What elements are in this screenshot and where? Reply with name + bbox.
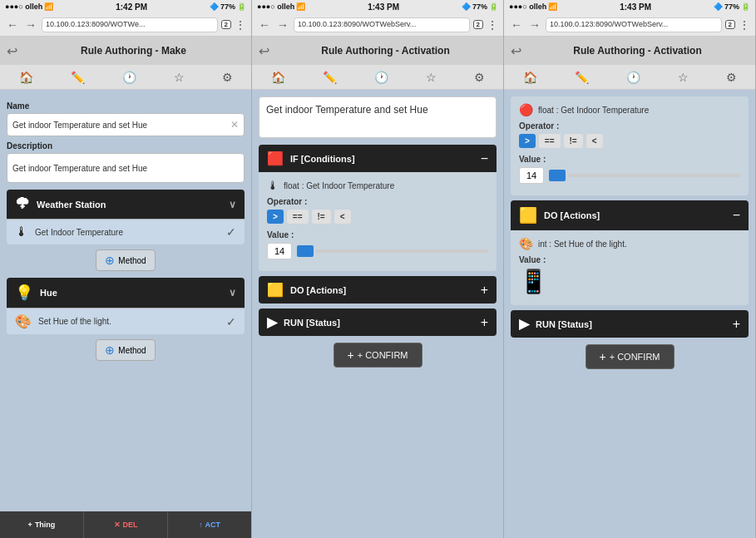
op-eq-2[interactable]: ==	[287, 210, 309, 224]
menu-button-1[interactable]: ⋮	[235, 18, 246, 32]
nav-edit-1[interactable]: ✏️	[64, 71, 91, 84]
add-thing-btn[interactable]: + Thing	[0, 511, 84, 538]
battery-2: 🔷 77% 🔋	[462, 2, 498, 11]
time-2: 1:43 PM	[368, 2, 399, 12]
activate-btn[interactable]: ↑ ACT	[168, 511, 251, 538]
phone-2: ●●●○ olleh 📶 1:43 PM 🔷 77% 🔋 ← → 10.100.…	[252, 0, 504, 538]
op-gt-3[interactable]: >	[519, 134, 536, 148]
do-toggle-2[interactable]: +	[481, 283, 488, 298]
name-input-1[interactable]: Get indoor Temperature and set Hue ✕	[7, 113, 245, 136]
run-toggle-3[interactable]: +	[733, 317, 740, 332]
method-btn-1[interactable]: ⊕ Method	[96, 249, 155, 271]
hue-label: Hue	[40, 288, 222, 298]
hue-item-icon: 🎨	[15, 313, 32, 329]
app-back-icon-2[interactable]: ↩	[259, 43, 269, 59]
weather-station-item[interactable]: 🌡 Get Indoor Temperature ✓	[7, 219, 245, 244]
op-eq-3[interactable]: ==	[539, 134, 561, 148]
back-button-1[interactable]: ←	[5, 18, 20, 32]
nav-icons-3: 🏠 ✏️ 🕐 ☆ ⚙	[504, 65, 755, 90]
back-button-2[interactable]: ←	[257, 18, 272, 32]
op-lt-2[interactable]: <	[334, 210, 351, 224]
battery-3: 🔷 77% 🔋	[714, 2, 750, 11]
menu-button-3[interactable]: ⋮	[739, 18, 750, 32]
nav-star-1[interactable]: ☆	[167, 71, 191, 84]
desc-value-1: Get indoor Temperature and set Hue	[12, 164, 147, 173]
bluetooth-icon-3: 🔷	[714, 2, 723, 11]
float-thermometer-icon: 🌡	[267, 179, 279, 192]
activate-icon: ↑	[199, 521, 203, 529]
op-neq-3[interactable]: !=	[564, 134, 583, 148]
tab-badge-2[interactable]: 2	[473, 20, 483, 29]
if-icon-2: 🟥	[267, 151, 284, 166]
method-btn-2[interactable]: ⊕ Method	[96, 339, 155, 361]
nav-home-1[interactable]: 🏠	[12, 71, 40, 84]
nav-home-2[interactable]: 🏠	[264, 71, 292, 84]
nav-star-2[interactable]: ☆	[419, 71, 443, 84]
name-clear-1[interactable]: ✕	[230, 119, 239, 131]
if-top-content-3: 🔴 float : Get Indoor Temperature Operato…	[511, 96, 749, 195]
tab-badge-1[interactable]: 2	[221, 20, 231, 29]
nav-edit-3[interactable]: ✏️	[568, 71, 595, 84]
do-icon-3: 🟨	[519, 206, 537, 225]
tab-badge-3[interactable]: 2	[725, 20, 735, 29]
op-gt-2[interactable]: >	[267, 210, 284, 224]
run-toggle-2[interactable]: +	[481, 315, 488, 330]
url-bar-2[interactable]: 10.100.0.123:8090/WOTWebServ...	[294, 17, 470, 32]
forward-button-3[interactable]: →	[527, 18, 542, 32]
content-1: Name Get indoor Temperature and set Hue …	[0, 90, 251, 511]
battery-icon-2: 🔋	[489, 2, 498, 11]
do-header-3[interactable]: 🟨 DO [Actions] −	[511, 200, 749, 230]
url-bar-1[interactable]: 10.100.0.123:8090/WOTWe...	[42, 17, 218, 32]
if-toggle-2[interactable]: −	[481, 151, 488, 166]
desc-input-1[interactable]: Get indoor Temperature and set Hue	[7, 153, 245, 183]
hue-header[interactable]: 💡 Hue ∨	[7, 278, 245, 308]
operator-label-3: Operator :	[519, 121, 740, 131]
confirm-label-3: + CONFIRM	[610, 352, 660, 362]
confirm-btn-3[interactable]: + + CONFIRM	[586, 344, 674, 369]
activate-label: ACT	[205, 521, 221, 529]
value-box-2[interactable]: 14	[267, 243, 292, 259]
nav-clock-1[interactable]: 🕐	[116, 71, 143, 84]
confirm-btn-2[interactable]: + + CONFIRM	[334, 343, 422, 368]
op-lt-3[interactable]: <	[586, 134, 603, 148]
weather-station-label: Weather Station	[37, 200, 222, 210]
slider-thumb-2[interactable]	[297, 245, 314, 257]
slider-track-2[interactable]	[316, 249, 488, 253]
op-neq-2[interactable]: !=	[312, 210, 331, 224]
hue-item[interactable]: 🎨 Set Hue of the light. ✓	[7, 308, 245, 334]
app-back-icon-1[interactable]: ↩	[7, 43, 17, 59]
nav-edit-2[interactable]: ✏️	[316, 71, 343, 84]
delete-btn[interactable]: ✕ DEL	[84, 511, 168, 538]
run-section-3[interactable]: ▶ RUN [Status] +	[511, 310, 749, 338]
forward-button-1[interactable]: →	[23, 18, 38, 32]
phone-1: ●●●○ olleh 📶 1:42 PM 🔷 77% 🔋 ← → 10.100.…	[0, 0, 252, 538]
battery-1: 🔷 77% 🔋	[210, 2, 246, 11]
float-text-top-3: float : Get Indoor Temperature	[538, 106, 649, 115]
nav-clock-3[interactable]: 🕐	[620, 71, 647, 84]
forward-button-2[interactable]: →	[275, 18, 290, 32]
value-box-3[interactable]: 14	[519, 167, 544, 184]
app-back-icon-3[interactable]: ↩	[511, 43, 521, 59]
if-header-2[interactable]: 🟥 IF [Conditions] −	[259, 145, 497, 172]
weather-station-header[interactable]: 🌩 Weather Station ∨	[7, 190, 245, 219]
nav-star-3[interactable]: ☆	[671, 71, 695, 84]
back-button-3[interactable]: ←	[509, 18, 524, 32]
nav-gear-2[interactable]: ⚙	[467, 71, 492, 84]
do-section-2[interactable]: 🟨 DO [Actions] +	[259, 276, 497, 304]
value-label-2: Value :	[267, 230, 488, 239]
slider-container-2[interactable]	[297, 245, 488, 257]
slider-thumb-3[interactable]	[549, 170, 566, 181]
slider-track-3[interactable]	[568, 174, 740, 177]
run-section-2[interactable]: ▶ RUN [Status] +	[259, 308, 497, 336]
menu-button-2[interactable]: ⋮	[487, 18, 498, 32]
slider-container-3[interactable]	[549, 170, 740, 181]
nav-home-3[interactable]: 🏠	[516, 71, 544, 84]
delete-icon: ✕	[114, 521, 121, 529]
signal-2: ●●●○ olleh 📶	[257, 2, 305, 11]
nav-gear-3[interactable]: ⚙	[719, 71, 744, 84]
nav-gear-1[interactable]: ⚙	[215, 71, 240, 84]
do-toggle-3[interactable]: −	[733, 208, 740, 223]
url-bar-3[interactable]: 10.100.0.123:8090/WOTWebServ...	[546, 17, 722, 32]
app-header-3: ↩ Rule Authoring - Activation	[504, 37, 755, 65]
nav-clock-2[interactable]: 🕐	[368, 71, 395, 84]
